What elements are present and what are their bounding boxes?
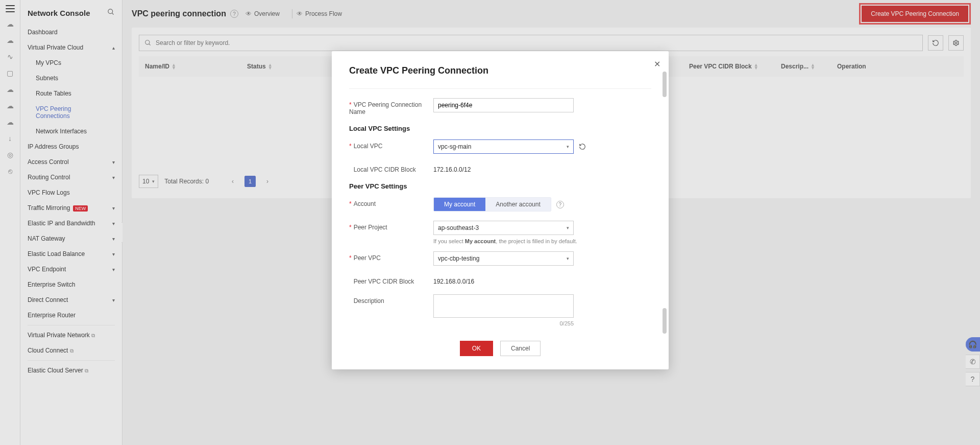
peer-cidr-value: 192.168.0.0/16 bbox=[433, 275, 651, 285]
close-icon[interactable]: ✕ bbox=[654, 59, 660, 69]
peer-vpc-select[interactable]: vpc-cbp-testing▾ bbox=[433, 251, 574, 266]
description-textarea[interactable] bbox=[433, 294, 574, 318]
section-local-vpc: Local VPC Settings bbox=[349, 125, 651, 132]
label-peering-name: VPC Peering Connection Name bbox=[349, 101, 422, 115]
account-help-icon[interactable]: ? bbox=[556, 201, 564, 208]
description-char-count: 0/255 bbox=[433, 320, 574, 326]
section-peer-vpc: Peer VPC Settings bbox=[349, 182, 651, 190]
refresh-icon bbox=[579, 143, 586, 150]
scroll-thumb-bottom[interactable] bbox=[663, 308, 667, 334]
label-peer-project: Peer Project bbox=[354, 224, 387, 231]
modal-title: Create VPC Peering Connection bbox=[349, 65, 651, 76]
account-other-option[interactable]: Another account bbox=[485, 198, 550, 211]
scroll-thumb-top[interactable] bbox=[663, 72, 667, 97]
label-peer-cidr: Peer VPC CIDR Block bbox=[354, 278, 414, 285]
peer-project-select[interactable]: ap-southeast-3▾ bbox=[433, 221, 574, 235]
modal-scrollbar[interactable] bbox=[663, 72, 667, 334]
local-vpc-select[interactable]: vpc-sg-main▾ bbox=[433, 139, 574, 154]
peering-name-input[interactable] bbox=[433, 98, 574, 112]
label-local-vpc: Local VPC bbox=[354, 143, 383, 150]
label-peer-vpc: Peer VPC bbox=[354, 254, 381, 262]
cancel-button[interactable]: Cancel bbox=[500, 341, 541, 356]
chevron-down-icon: ▾ bbox=[567, 144, 569, 149]
refresh-local-vpc-button[interactable] bbox=[579, 143, 586, 150]
chevron-down-icon: ▾ bbox=[567, 225, 569, 230]
label-description: Description bbox=[354, 297, 384, 305]
ok-button[interactable]: OK bbox=[460, 341, 493, 356]
account-my-option[interactable]: My account bbox=[434, 198, 485, 211]
chevron-down-icon: ▾ bbox=[567, 256, 569, 261]
label-account: Account bbox=[354, 200, 376, 207]
create-peering-modal: ✕ Create VPC Peering Connection *VPC Pee… bbox=[332, 51, 669, 369]
label-local-cidr: Local VPC CIDR Block bbox=[354, 166, 416, 173]
peer-project-hint: If you select My account, the project is… bbox=[433, 238, 651, 244]
local-cidr-value: 172.16.0.0/12 bbox=[433, 163, 651, 173]
account-segmented: My account Another account bbox=[433, 197, 551, 212]
